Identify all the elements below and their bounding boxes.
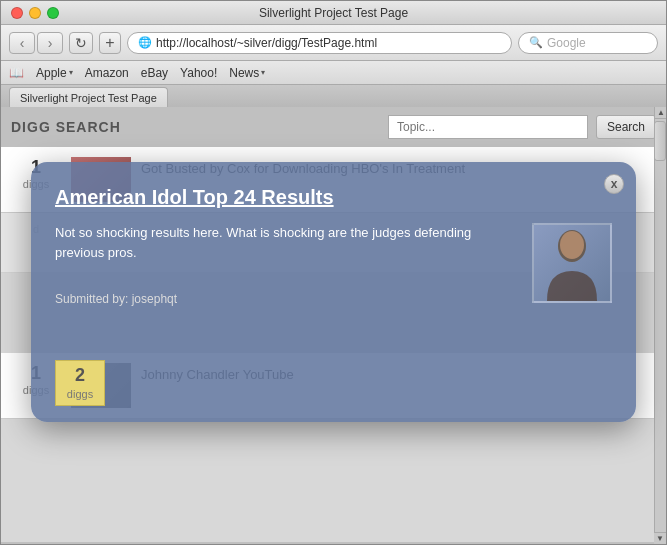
search-icon: 🔍 [529,36,543,49]
forward-button[interactable]: › [37,32,63,54]
modal-digg-number: 2 [66,365,94,386]
bookmark-apple-label: Apple [36,66,67,80]
bookmark-ebay[interactable]: eBay [141,66,168,80]
modal-card: x American Idol Top 24 Results Not so sh… [31,162,636,422]
active-tab[interactable]: Silverlight Project Test Page [9,87,168,107]
url-bar[interactable]: 🌐 http://localhost/~silver/digg/TestPage… [127,32,512,54]
window-title: Silverlight Project Test Page [259,6,408,20]
bookmark-news[interactable]: News ▾ [229,66,265,80]
bookmark-yahoo-label: Yahoo! [180,66,217,80]
url-security-icon: 🌐 [138,36,152,49]
reader-icon: 📖 [9,66,24,80]
modal-description: Not so shocking results here. What is sh… [55,223,516,262]
close-traffic-light[interactable] [11,7,23,19]
plus-icon: + [105,34,114,52]
reload-button[interactable]: ↻ [69,32,93,54]
minimize-traffic-light[interactable] [29,7,41,19]
modal-overlay: x American Idol Top 24 Results Not so sh… [1,107,666,544]
person-image [534,225,610,301]
modal-title: American Idol Top 24 Results [55,186,612,209]
back-button[interactable]: ‹ [9,32,35,54]
forward-icon: › [48,35,53,51]
maximize-traffic-light[interactable] [47,7,59,19]
page-content: DIGG SEARCH Search 1 diggs Got Busted by… [1,107,666,544]
back-icon: ‹ [20,35,25,51]
news-dropdown-icon: ▾ [261,68,265,77]
bookmark-yahoo[interactable]: Yahoo! [180,66,217,80]
search-placeholder-text: Google [547,36,586,50]
close-icon: x [611,177,618,191]
bookmark-amazon-label: Amazon [85,66,129,80]
tab-bar: Silverlight Project Test Page [1,85,666,107]
svg-point-1 [560,231,584,259]
modal-digg-badge: 2 diggs [55,360,105,406]
browser-search-bar[interactable]: 🔍 Google [518,32,658,54]
reload-icon: ↻ [75,35,87,51]
modal-text-section: Not so shocking results here. What is sh… [55,223,516,306]
modal-thumbnail [532,223,612,303]
bookmark-news-label: News [229,66,259,80]
url-text: http://localhost/~silver/digg/TestPage.h… [156,36,377,50]
traffic-lights [11,7,59,19]
nav-buttons: ‹ › [9,32,63,54]
apple-dropdown-icon: ▾ [69,68,73,77]
modal-submitted: Submitted by: josephqt [55,292,516,306]
title-bar: Silverlight Project Test Page [1,1,666,25]
toolbar: ‹ › ↻ + 🌐 http://localhost/~silver/digg/… [1,25,666,61]
bookmark-apple[interactable]: Apple ▾ [36,66,73,80]
tab-label: Silverlight Project Test Page [20,92,157,104]
bookmarks-bar: 📖 Apple ▾ Amazon eBay Yahoo! News ▾ [1,61,666,85]
bookmark-ebay-label: eBay [141,66,168,80]
modal-digg-label: diggs [67,388,93,400]
browser-window: Silverlight Project Test Page ‹ › ↻ + 🌐 … [0,0,667,545]
modal-close-button[interactable]: x [604,174,624,194]
bookmark-amazon[interactable]: Amazon [85,66,129,80]
modal-body: Not so shocking results here. What is sh… [55,223,612,306]
add-tab-button[interactable]: + [99,32,121,54]
